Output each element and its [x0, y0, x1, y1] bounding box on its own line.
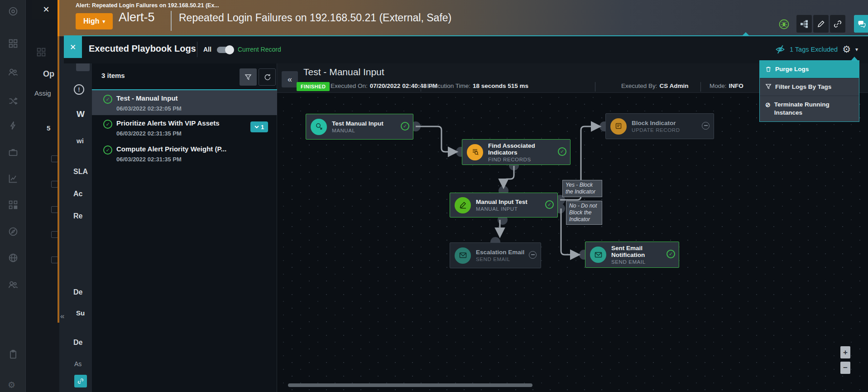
underlying-page: Op Assig 5: [26, 0, 59, 392]
executed-by: Executed By:CS Admin: [621, 82, 689, 92]
link-icon: [77, 377, 84, 385]
link-icon: [833, 19, 842, 29]
filter-button[interactable]: [240, 68, 257, 86]
executed-on: Executed On:07/20/2022 02:40:48 PM: [331, 82, 437, 92]
bg-fragment: Assig: [34, 89, 51, 97]
menu-item-purge-logs[interactable]: Purge Logs: [760, 61, 859, 78]
playbook-logs-button[interactable]: [796, 15, 812, 33]
manual-trigger-icon: [311, 119, 327, 135]
workflow-icon: [800, 19, 809, 29]
toggle-current-record-label: Current Record: [238, 46, 281, 53]
execution-time: Execution Time:18 seconds 515 ms: [427, 82, 528, 92]
sidebar-automation-icon[interactable]: [8, 120, 19, 131]
node-escalation-email[interactable]: Escalation EmailSEND EMAIL: [450, 242, 541, 268]
log-list-item[interactable]: ✓ Test - Manual Input 06/03/2022 02:32:0…: [92, 89, 277, 115]
zoom-out-button[interactable]: −: [840, 362, 850, 374]
toggle-knob: [225, 45, 234, 54]
link-record-button[interactable]: [74, 375, 87, 387]
node-find-associated-indicators[interactable]: Find Associated IndicatorsFIND RECORDS ✓: [462, 139, 571, 165]
send-email-icon: [590, 247, 606, 263]
edge-label-yes: Yes - Block the Indicator: [562, 180, 602, 197]
alert-record-header: Alert: Repeated Login Failures on 192.16…: [58, 0, 868, 36]
alert-breadcrumb-title: Alert: Repeated Login Failures on 192.16…: [76, 2, 219, 9]
sidebar-threat-intel-icon[interactable]: [8, 252, 19, 263]
sidebar-settings-icon[interactable]: ⚙: [8, 380, 19, 391]
bug-status-icon[interactable]: [779, 19, 789, 29]
node-manual-input-test[interactable]: Manual Input TestMANUAL INPUT ✓: [450, 193, 558, 218]
chevron-down-icon[interactable]: ▾: [855, 46, 858, 53]
chevron-left-icon: «: [288, 75, 292, 84]
not-executed-icon: [702, 122, 710, 130]
alert-panel-edge: ! W wi SLA Ac Re De Su De As «: [59, 36, 92, 392]
app-sidebar: ⚙: [0, 0, 26, 392]
node-block-indicator[interactable]: Block IndicatorUPDATE RECORD: [605, 113, 714, 139]
chevron-down-icon: [254, 126, 259, 128]
sidebar-users-icon[interactable]: [8, 67, 19, 77]
alert-id: Alert-5: [119, 10, 155, 24]
sidebar-tasks-icon[interactable]: [8, 349, 19, 360]
sidebar-assets-icon[interactable]: [8, 147, 19, 158]
sidebar-navigator-icon[interactable]: [8, 226, 19, 237]
logs-panel-title: Executed Playbook Logs: [89, 44, 196, 54]
send-email-icon: [455, 247, 471, 264]
header-divider: [171, 11, 172, 31]
bg-fragment: De: [73, 288, 82, 296]
sidebar-teams-icon[interactable]: [8, 279, 19, 290]
alert-title: Repeated Login Failures on 192.168.50.21…: [179, 12, 451, 24]
status-badge: FINISHED: [297, 82, 330, 91]
tags-excluded-group: 1 Tags Excluded ⚙ ▾: [775, 44, 858, 54]
ban-icon: ⊘: [765, 101, 771, 108]
logs-settings-menu: Purge Logs Filter Logs By Tags ⊘ Termina…: [759, 60, 859, 122]
pencil-icon: [816, 19, 825, 29]
sidebar-dashboard-icon[interactable]: [8, 38, 19, 49]
bg-fragment: 5: [47, 124, 50, 132]
panel-close-button[interactable]: ✕: [32, 0, 61, 19]
success-check-icon: ✓: [401, 122, 409, 131]
success-check-icon: ✓: [103, 145, 112, 155]
find-records-icon: [467, 144, 483, 160]
brand-logo-icon[interactable]: [8, 6, 19, 17]
refresh-button[interactable]: [259, 68, 276, 86]
bg-fragment: W: [77, 109, 85, 119]
menu-item-filter-logs-by-tags[interactable]: Filter Logs By Tags: [760, 78, 859, 96]
warning-circle-icon: !: [74, 84, 84, 95]
edit-record-button[interactable]: [813, 15, 829, 33]
playbook-graph-canvas[interactable]: Test Manual InputMANUAL ✓ Find Associate…: [277, 93, 868, 392]
bg-checkbox: [51, 206, 58, 213]
update-record-icon: [610, 118, 627, 135]
bg-checkbox: [51, 155, 58, 162]
playbook-log-list: 3 items ✓ Test - Manual Input 06/03/2022…: [92, 63, 277, 392]
bg-fragment: Op: [43, 69, 54, 79]
trash-icon: [765, 66, 772, 73]
execution-title: Test - Manual Input: [303, 67, 384, 77]
success-check-icon: ✓: [558, 147, 566, 156]
record-scope-toggle[interactable]: [217, 47, 233, 53]
refresh-icon: [264, 73, 271, 81]
menu-item-terminate-running-instances[interactable]: ⊘ Terminate Running Instances: [760, 96, 859, 121]
gear-icon[interactable]: ⚙: [842, 44, 851, 54]
node-test-manual-input[interactable]: Test Manual InputMANUAL ✓: [306, 114, 413, 140]
logs-close-button[interactable]: ✕: [64, 36, 82, 58]
tags-excluded-label[interactable]: 1 Tags Excluded: [790, 46, 838, 53]
link-record-header-button[interactable]: [830, 15, 845, 33]
severity-badge[interactable]: High ▾: [76, 13, 113, 29]
log-list-item[interactable]: ✓ Prioritize Alerts With VIP Assets 06/0…: [92, 115, 277, 141]
zoom-in-button[interactable]: +: [840, 346, 850, 358]
comments-button[interactable]: [854, 15, 868, 33]
close-icon: ✕: [70, 43, 76, 52]
log-list-item[interactable]: ✓ Compute Alert Priority Weight (P... 06…: [92, 141, 277, 167]
expand-children-badge[interactable]: 1: [250, 121, 268, 132]
sidebar-routing-icon[interactable]: [8, 96, 19, 106]
horizontal-scrollbar[interactable]: [288, 383, 532, 387]
chat-icon: [857, 19, 866, 29]
success-check-icon: ✓: [103, 120, 112, 129]
sidebar-reports-icon[interactable]: [8, 173, 19, 184]
sidebar-modules-icon[interactable]: [8, 199, 19, 210]
eye-slash-icon[interactable]: [775, 44, 785, 54]
list-count: 3 items: [101, 72, 125, 79]
collapse-list-button[interactable]: «: [282, 71, 298, 87]
bg-collapse-chevron: «: [60, 312, 64, 321]
underlying-grid-icon: [36, 47, 47, 58]
success-check-icon: ✓: [103, 95, 112, 104]
node-sent-email-notification[interactable]: Sent Email NotificationSEND EMAIL ✓: [585, 242, 679, 268]
